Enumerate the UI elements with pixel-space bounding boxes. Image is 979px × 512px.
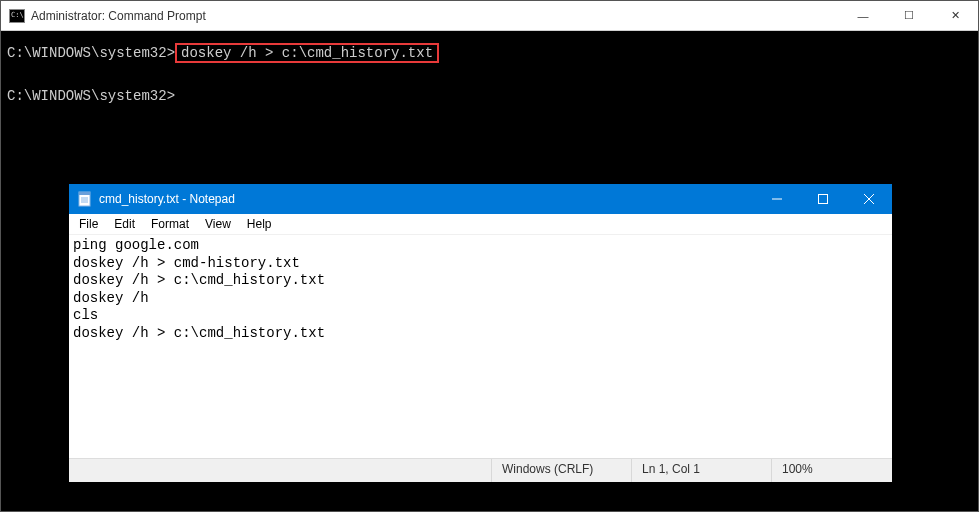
text-line: doskey /h > cmd-history.txt: [73, 255, 888, 273]
status-zoom: 100%: [772, 459, 892, 482]
minimize-button[interactable]: [754, 184, 800, 214]
menu-view[interactable]: View: [197, 215, 239, 233]
maximize-button[interactable]: ☐: [886, 1, 932, 30]
maximize-button[interactable]: [800, 184, 846, 214]
status-cursor-position: Ln 1, Col 1: [632, 459, 772, 482]
cmd-prompt: C:\WINDOWS\system32>: [7, 45, 175, 61]
svg-rect-6: [819, 195, 828, 204]
text-line: doskey /h: [73, 290, 888, 308]
text-line: cls: [73, 307, 888, 325]
menu-help[interactable]: Help: [239, 215, 280, 233]
cmd-prompt: C:\WINDOWS\system32>: [7, 88, 175, 104]
cmd-highlighted-command: doskey /h > c:\cmd_history.txt: [175, 43, 439, 63]
text-line: ping google.com: [73, 237, 888, 255]
cmd-line: C:\WINDOWS\system32>doskey /h > c:\cmd_h…: [7, 43, 972, 65]
notepad-menubar: File Edit Format View Help: [69, 214, 892, 235]
svg-rect-1: [79, 192, 90, 195]
notepad-titlebar[interactable]: cmd_history.txt - Notepad: [69, 184, 892, 214]
notepad-window: cmd_history.txt - Notepad File Edit Form…: [69, 184, 892, 482]
menu-file[interactable]: File: [71, 215, 106, 233]
notepad-window-controls: [754, 184, 892, 214]
menu-edit[interactable]: Edit: [106, 215, 143, 233]
notepad-text-area[interactable]: ping google.comdoskey /h > cmd-history.t…: [69, 235, 892, 459]
text-line: doskey /h > c:\cmd_history.txt: [73, 272, 888, 290]
cmd-icon: [9, 9, 25, 23]
status-encoding: Windows (CRLF): [492, 459, 632, 482]
cmd-line: C:\WINDOWS\system32>: [7, 86, 972, 108]
text-line: doskey /h > c:\cmd_history.txt: [73, 325, 888, 343]
cmd-titlebar[interactable]: Administrator: Command Prompt — ☐ ✕: [1, 1, 978, 31]
notepad-icon: [77, 191, 93, 207]
cmd-window-controls: — ☐ ✕: [840, 1, 978, 30]
menu-format[interactable]: Format: [143, 215, 197, 233]
close-button[interactable]: ✕: [932, 1, 978, 30]
status-spacer: [69, 459, 492, 482]
notepad-title: cmd_history.txt - Notepad: [99, 192, 754, 206]
cmd-title: Administrator: Command Prompt: [31, 9, 840, 23]
notepad-statusbar: Windows (CRLF) Ln 1, Col 1 100%: [69, 459, 892, 482]
minimize-button[interactable]: —: [840, 1, 886, 30]
close-button[interactable]: [846, 184, 892, 214]
cmd-blank-line: [7, 65, 972, 87]
